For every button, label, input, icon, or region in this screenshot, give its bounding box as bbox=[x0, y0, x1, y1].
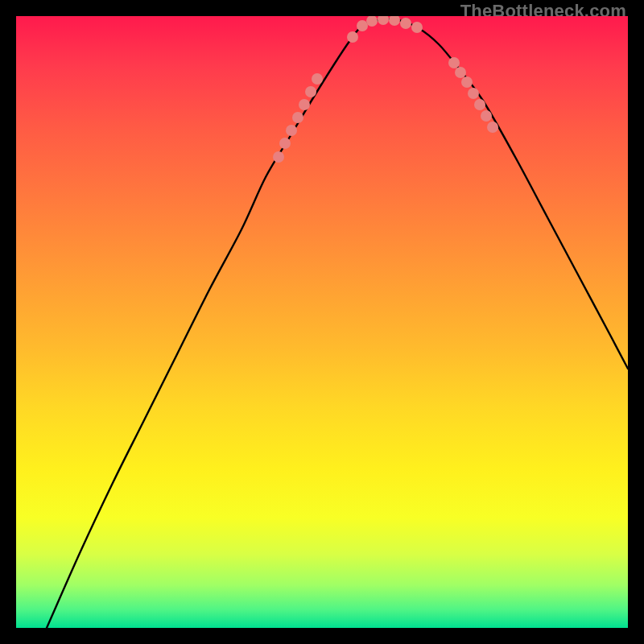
highlight-dot bbox=[461, 76, 473, 88]
highlight-dot bbox=[378, 16, 389, 25]
highlight-dot bbox=[474, 99, 485, 110]
highlight-dots-group bbox=[273, 16, 498, 163]
highlight-dot bbox=[366, 16, 378, 27]
highlight-dot bbox=[299, 99, 310, 110]
highlight-dot bbox=[273, 151, 284, 163]
highlight-dot bbox=[487, 122, 498, 133]
highlight-dot bbox=[455, 67, 466, 78]
chart-frame bbox=[16, 16, 628, 628]
highlight-dot bbox=[411, 22, 423, 33]
highlight-dot bbox=[468, 88, 479, 99]
chart-svg bbox=[16, 16, 628, 628]
highlight-dot bbox=[357, 20, 368, 31]
bottleneck-curve bbox=[47, 19, 628, 628]
highlight-dot bbox=[448, 57, 460, 68]
highlight-dot bbox=[400, 18, 411, 29]
highlight-dot bbox=[292, 112, 303, 123]
highlight-dot bbox=[347, 31, 358, 43]
highlight-dot bbox=[481, 110, 492, 122]
highlight-dot bbox=[286, 125, 297, 136]
highlight-dot bbox=[305, 86, 316, 97]
highlight-dot bbox=[279, 138, 291, 149]
highlight-dot bbox=[312, 73, 323, 85]
highlight-dot bbox=[389, 16, 400, 26]
